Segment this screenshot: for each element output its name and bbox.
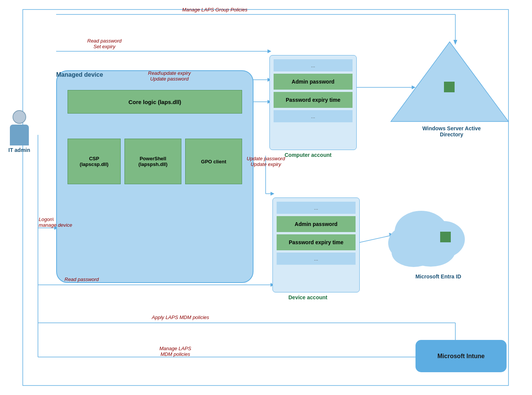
core-logic-label: Core logic (laps.dll)	[128, 99, 181, 105]
it-admin-body	[10, 125, 29, 145]
managed-device-label: Managed device	[56, 71, 103, 78]
label-read-pw-bottom: Read password	[65, 276, 99, 282]
entra-id-label: Microsoft Entra ID	[404, 273, 472, 280]
gpo-label: GPO client	[201, 159, 226, 164]
comp-row-password-expiry: Password expiry time	[274, 92, 353, 108]
label-logon: Logon\manage device	[39, 216, 72, 228]
gpo-box: GPO client	[185, 139, 242, 184]
label-read-set: Read passwordSet expiry	[87, 38, 121, 49]
it-admin-label: IT admin	[8, 147, 30, 153]
powershell-label: PowerShell(lapspsh.dll)	[139, 156, 168, 167]
dev-row-dots1: ...	[277, 202, 356, 214]
core-logic-box: Core logic (laps.dll)	[68, 90, 242, 114]
dev-row-dots2: ...	[277, 253, 356, 265]
device-account-label: Device account	[288, 294, 327, 300]
svg-rect-34	[444, 82, 455, 92]
diagram-container: Managed device Core logic (laps.dll) CSP…	[0, 0, 532, 395]
computer-account-box: ... Admin password Password expiry time …	[269, 55, 357, 150]
device-account-box: ... Admin password Password expiry time …	[272, 198, 360, 292]
svg-marker-3	[453, 40, 457, 45]
svg-marker-5	[268, 49, 271, 53]
dev-row-admin-password: Admin password	[277, 216, 356, 232]
svg-marker-14	[271, 192, 274, 196]
comp-row-admin-password: Admin password	[274, 74, 353, 90]
windows-ad-label: Windows Server ActiveDirectory	[414, 125, 490, 137]
computer-account-label: Computer account	[285, 152, 332, 158]
svg-point-39	[392, 238, 436, 267]
label-manage-mdm: Manage LAPSMDM policies	[159, 346, 191, 357]
comp-row-dots1: ...	[274, 59, 353, 71]
it-admin-figure: IT admin	[8, 110, 30, 153]
csp-box: CSP(lapscsp.dll)	[68, 139, 121, 184]
powershell-box: PowerShell(lapspsh.dll)	[124, 139, 181, 184]
label-update-pw-exp: Update passwordUpdate expiry	[247, 156, 285, 167]
intune-label: Microsoft Intune	[438, 353, 485, 360]
it-admin-head	[13, 110, 26, 124]
comp-row-dots2: ...	[274, 110, 353, 122]
svg-rect-40	[440, 232, 451, 242]
intune-box: Microsoft Intune	[416, 340, 507, 372]
svg-line-15	[357, 235, 391, 243]
label-manage-laps-gp: Manage LAPS Group Policies	[182, 7, 247, 13]
label-read-update: Read\update expiryUpdate password	[148, 70, 191, 82]
csp-label: CSP(lapscsp.dll)	[80, 156, 109, 167]
label-apply-mdm: Apply LAPS MDM policies	[152, 314, 209, 320]
dev-row-password-expiry: Password expiry time	[277, 234, 356, 250]
